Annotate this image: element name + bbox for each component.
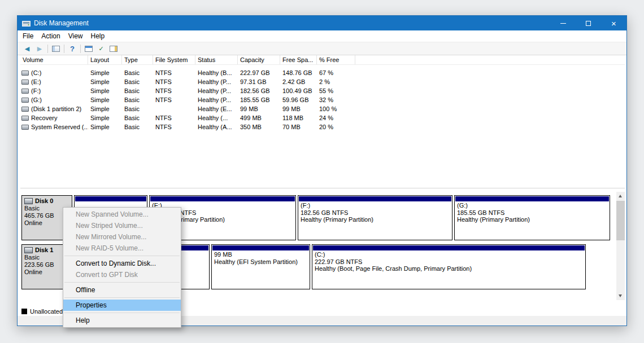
- column-header-pct-free[interactable]: % Free: [317, 55, 355, 64]
- partition-size: 222.97 GB NTFS: [315, 258, 583, 266]
- table-row[interactable]: (G:) Simple Basic NTFS Healthy (P... 185…: [20, 95, 625, 104]
- table-row[interactable]: (Disk 1 partition 2) Simple Basic Health…: [20, 104, 625, 113]
- checkmark-icon: ✓: [98, 45, 103, 52]
- volume-list: Volume Layout Type File System Status Ca…: [20, 55, 625, 188]
- scrollbar-thumb[interactable]: [616, 201, 625, 240]
- type-cell: Basic: [122, 124, 153, 130]
- volume-cell: (E:): [20, 78, 88, 85]
- side-panel-icon: [110, 46, 118, 52]
- disk-icon: [24, 247, 33, 253]
- menu-view[interactable]: View: [64, 31, 87, 41]
- menu-item-convert-to-dynamic-disk[interactable]: Convert to Dynamic Disk...: [63, 258, 181, 269]
- menu-item-convert-to-gpt-disk: Convert to GPT Disk: [63, 269, 181, 280]
- partition-health: Healthy (EFI System Partition): [214, 258, 307, 266]
- toolbar-separator: [47, 45, 48, 53]
- scroll-down-icon[interactable]: [619, 294, 622, 297]
- check-button[interactable]: ✓: [95, 43, 107, 54]
- table-row[interactable]: (C:) Simple Basic NTFS Healthy (B... 222…: [20, 68, 625, 77]
- file-system-cell: NTFS: [153, 78, 195, 85]
- menu-item-help[interactable]: Help: [63, 315, 181, 326]
- titlebar[interactable]: Disk Management ×: [18, 16, 626, 30]
- table-row[interactable]: (F:) Simple Basic NTFS Healthy (P... 182…: [20, 86, 625, 95]
- maximize-icon: [586, 21, 591, 26]
- partition-label: (C:): [315, 251, 583, 258]
- partition-health: Healthy (Primary Partition): [457, 216, 607, 223]
- close-button[interactable]: ×: [601, 16, 626, 30]
- menu-item-offline[interactable]: Offline: [63, 284, 181, 296]
- partition-color-bar: [313, 245, 585, 250]
- volume-name: (Disk 1 partition 2): [31, 105, 81, 112]
- menu-help[interactable]: Help: [87, 31, 109, 41]
- help-button[interactable]: ?: [66, 43, 79, 54]
- toolbar: ◀ ▶ ? ✓: [18, 42, 626, 55]
- type-cell: Basic: [122, 115, 153, 121]
- volume-name: (E:): [31, 78, 41, 85]
- partition-disk0-3[interactable]: (F:) 182.56 GB NTFS Healthy (Primary Par…: [298, 195, 452, 240]
- forward-button[interactable]: ▶: [33, 43, 46, 54]
- table-row[interactable]: System Reserved (... Simple Basic NTFS H…: [20, 122, 625, 131]
- file-system-cell: NTFS: [153, 115, 195, 121]
- capacity-cell: 350 MB: [238, 124, 280, 130]
- partition-color-bar: [299, 196, 451, 201]
- type-cell: Basic: [122, 96, 153, 103]
- toolbar-separator: [80, 45, 81, 53]
- panel-button[interactable]: [107, 43, 120, 54]
- partition-size: 99 MB: [214, 251, 307, 258]
- minimize-button[interactable]: [550, 16, 576, 30]
- back-button[interactable]: ◀: [21, 43, 33, 54]
- toolbar-separator: [64, 45, 64, 53]
- capacity-cell: 97.31 GB: [238, 78, 280, 85]
- capacity-cell: 185.55 GB: [238, 96, 280, 103]
- partition-info: (G:) 185.55 GB NTFS Healthy (Primary Par…: [455, 202, 610, 223]
- close-icon: ×: [611, 19, 616, 28]
- volume-icon: [21, 125, 29, 130]
- disk-name: Disk 1: [35, 247, 53, 254]
- partition-size: 182.56 GB NTFS: [301, 209, 450, 217]
- menu-separator: [64, 256, 180, 256]
- scroll-up-icon[interactable]: [619, 195, 622, 197]
- table-row[interactable]: Recovery Simple Basic NTFS Healthy (... …: [20, 113, 625, 122]
- menu-item-properties[interactable]: Properties: [63, 300, 181, 311]
- vertical-scrollbar[interactable]: [616, 192, 625, 300]
- table-row[interactable]: (E:) Simple Basic NTFS Healthy (P... 97.…: [20, 77, 625, 86]
- partition-disk0-4[interactable]: (G:) 185.55 GB NTFS Healthy (Primary Par…: [454, 195, 610, 240]
- column-header-capacity[interactable]: Capacity: [238, 55, 280, 64]
- legend-unallocated: Unallocated: [21, 308, 63, 315]
- disk-management-window: Disk Management × File Action View Help …: [17, 15, 627, 326]
- console-tree-button[interactable]: [50, 43, 62, 54]
- partition-color-bar: [75, 196, 146, 201]
- window-panes-icon: [85, 46, 93, 52]
- partition-disk1-2[interactable]: 99 MB Healthy (EFI System Partition): [211, 244, 310, 289]
- layout-cell: Simple: [88, 105, 122, 112]
- volume-name: Recovery: [31, 115, 57, 121]
- column-header-status[interactable]: Status: [195, 55, 238, 64]
- disk-icon: [24, 198, 33, 204]
- column-header-type[interactable]: Type: [122, 55, 153, 64]
- volume-icon: [21, 89, 29, 94]
- menu-action[interactable]: Action: [37, 31, 64, 41]
- free-space-cell: 100.49 GB: [280, 87, 317, 94]
- column-header-layout[interactable]: Layout: [88, 55, 122, 64]
- maximize-button[interactable]: [576, 16, 601, 30]
- free-space-cell: 148.76 GB: [280, 69, 317, 76]
- partition-disk1-3[interactable]: (C:) 222.97 GB NTFS Healthy (Boot, Page …: [312, 244, 586, 289]
- layout-cell: Simple: [88, 78, 122, 85]
- table-body: (C:) Simple Basic NTFS Healthy (B... 222…: [20, 65, 625, 131]
- action-pane-button[interactable]: [82, 43, 95, 54]
- menu-item-new-mirrored-volume: New Mirrored Volume...: [63, 231, 181, 243]
- console-tree-icon: [52, 46, 60, 52]
- menu-file[interactable]: File: [19, 31, 37, 41]
- layout-cell: Simple: [88, 115, 122, 121]
- menu-item-new-raid5-volume: New RAID-5 Volume...: [63, 243, 181, 254]
- free-space-cell: 118 MB: [280, 115, 317, 121]
- volume-cell: (C:): [20, 69, 88, 76]
- status-cell: Healthy (P...: [195, 87, 238, 94]
- pct-free-cell: 100 %: [317, 105, 355, 112]
- partition-info: 99 MB Healthy (EFI System Partition): [212, 251, 310, 265]
- column-header-free-space[interactable]: Free Spa...: [280, 55, 317, 64]
- free-space-cell: 59.96 GB: [280, 96, 317, 103]
- column-header-file-system[interactable]: File System: [153, 55, 195, 64]
- menu-separator: [64, 297, 180, 298]
- column-header-volume[interactable]: Volume: [20, 55, 88, 64]
- status-cell: Healthy (P...: [195, 78, 238, 85]
